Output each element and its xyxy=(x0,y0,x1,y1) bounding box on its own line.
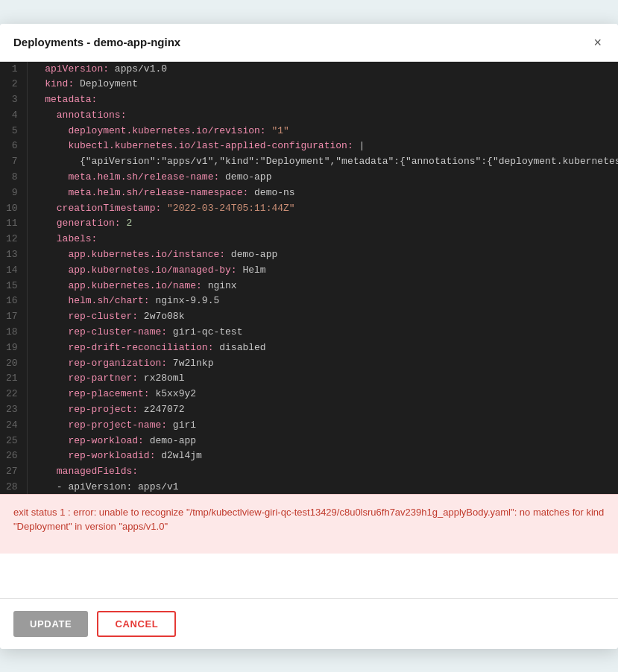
line-content: rep-project: z247072 xyxy=(27,402,618,418)
modal-container: Deployments - demo-app-nginx × 1 apiVers… xyxy=(0,24,618,649)
table-row: 21 rep-partner: rx28oml xyxy=(0,371,618,387)
table-row: 5 deployment.kubernetes.io/revision: "1" xyxy=(0,124,618,139)
line-content: managedFields: xyxy=(27,464,618,480)
line-content: app.kubernetes.io/name: nginx xyxy=(27,279,618,294)
line-number: 15 xyxy=(0,279,27,294)
table-row: 19 rep-drift-reconciliation: disabled xyxy=(0,340,618,356)
table-row: 27 managedFields: xyxy=(0,464,618,480)
line-number: 24 xyxy=(0,418,27,434)
line-content: metadata: xyxy=(27,92,618,108)
update-button[interactable]: UPDATE xyxy=(13,611,88,637)
line-number: 5 xyxy=(0,124,27,139)
line-content: labels: xyxy=(27,232,618,247)
line-number: 3 xyxy=(0,92,27,108)
line-number: 8 xyxy=(0,170,27,186)
code-editor[interactable]: 1 apiVersion: apps/v1.02 kind: Deploymen… xyxy=(0,62,618,494)
line-number: 4 xyxy=(0,108,27,124)
line-number: 19 xyxy=(0,340,27,356)
error-area: exit status 1 : error: unable to recogni… xyxy=(0,494,618,554)
table-row: 14 app.kubernetes.io/managed-by: Helm xyxy=(0,263,618,279)
line-number: 9 xyxy=(0,186,27,201)
table-row: 24 rep-project-name: giri xyxy=(0,418,618,434)
line-content: kind: Deployment xyxy=(27,77,618,92)
line-number: 26 xyxy=(0,448,27,464)
table-row: 18 rep-cluster-name: giri-qc-test xyxy=(0,325,618,340)
line-content: rep-cluster-name: giri-qc-test xyxy=(27,325,618,340)
line-content: rep-cluster: 2w7o08k xyxy=(27,309,618,325)
line-number: 16 xyxy=(0,294,27,309)
line-number: 11 xyxy=(0,216,27,232)
line-number: 27 xyxy=(0,464,27,480)
line-content: rep-workloadid: d2wl4jm xyxy=(27,448,618,464)
cancel-button[interactable]: CANCEL xyxy=(97,611,176,637)
line-number: 6 xyxy=(0,139,27,154)
table-row: 15 app.kubernetes.io/name: nginx xyxy=(0,279,618,294)
table-row: 7 {"apiVersion":"apps/v1","kind":"Deploy… xyxy=(0,154,618,170)
line-content: app.kubernetes.io/instance: demo-app xyxy=(27,247,618,263)
error-message: exit status 1 : error: unable to recogni… xyxy=(13,507,604,533)
table-row: 16 helm.sh/chart: nginx-9.9.5 xyxy=(0,294,618,309)
line-content: meta.helm.sh/release-namespace: demo-ns xyxy=(27,186,618,201)
line-number: 28 xyxy=(0,480,27,493)
line-content: generation: 2 xyxy=(27,216,618,232)
line-number: 12 xyxy=(0,232,27,247)
line-number: 22 xyxy=(0,387,27,402)
line-content: kubectl.kubernetes.io/last-applied-confi… xyxy=(27,139,618,154)
table-row: 20 rep-organization: 7w2lnkp xyxy=(0,356,618,372)
line-number: 23 xyxy=(0,402,27,418)
line-content: app.kubernetes.io/managed-by: Helm xyxy=(27,263,618,279)
line-number: 21 xyxy=(0,371,27,387)
line-number: 17 xyxy=(0,309,27,325)
line-content: rep-partner: rx28oml xyxy=(27,371,618,387)
line-content: apiVersion: apps/v1.0 xyxy=(27,62,618,77)
line-number: 14 xyxy=(0,263,27,279)
modal-title: Deployments - demo-app-nginx xyxy=(13,36,180,48)
line-number: 10 xyxy=(0,201,27,217)
close-button[interactable]: × xyxy=(590,34,605,51)
line-content: rep-placement: k5xx9y2 xyxy=(27,387,618,402)
line-number: 20 xyxy=(0,356,27,372)
line-number: 2 xyxy=(0,77,27,92)
line-content: rep-project-name: giri xyxy=(27,418,618,434)
table-row: 3 metadata: xyxy=(0,92,618,108)
line-number: 7 xyxy=(0,154,27,170)
line-content: - apiVersion: apps/v1 xyxy=(27,480,618,493)
table-row: 23 rep-project: z247072 xyxy=(0,402,618,418)
table-row: 2 kind: Deployment xyxy=(0,77,618,92)
table-row: 9 meta.helm.sh/release-namespace: demo-n… xyxy=(0,186,618,201)
table-row: 1 apiVersion: apps/v1.0 xyxy=(0,62,618,77)
line-content: creationTimestamp: "2022-03-24T05:11:44Z… xyxy=(27,201,618,217)
line-content: rep-organization: 7w2lnkp xyxy=(27,356,618,372)
line-content: rep-drift-reconciliation: disabled xyxy=(27,340,618,356)
table-row: 12 labels: xyxy=(0,232,618,247)
table-row: 13 app.kubernetes.io/instance: demo-app xyxy=(0,247,618,263)
code-table: 1 apiVersion: apps/v1.02 kind: Deploymen… xyxy=(0,62,618,494)
spacer xyxy=(0,554,618,598)
modal-footer: UPDATE CANCEL xyxy=(0,598,618,649)
table-row: 17 rep-cluster: 2w7o08k xyxy=(0,309,618,325)
table-row: 26 rep-workloadid: d2wl4jm xyxy=(0,448,618,464)
table-row: 4 annotations: xyxy=(0,108,618,124)
modal-header: Deployments - demo-app-nginx × xyxy=(0,24,618,62)
line-number: 13 xyxy=(0,247,27,263)
line-content: annotations: xyxy=(27,108,618,124)
line-number: 18 xyxy=(0,325,27,340)
table-row: 10 creationTimestamp: "2022-03-24T05:11:… xyxy=(0,201,618,217)
table-row: 28 - apiVersion: apps/v1 xyxy=(0,480,618,493)
table-row: 25 rep-workload: demo-app xyxy=(0,434,618,449)
line-number: 1 xyxy=(0,62,27,77)
table-row: 11 generation: 2 xyxy=(0,216,618,232)
table-row: 8 meta.helm.sh/release-name: demo-app xyxy=(0,170,618,186)
table-row: 6 kubectl.kubernetes.io/last-applied-con… xyxy=(0,139,618,154)
line-content: deployment.kubernetes.io/revision: "1" xyxy=(27,124,618,139)
table-row: 22 rep-placement: k5xx9y2 xyxy=(0,387,618,402)
line-content: meta.helm.sh/release-name: demo-app xyxy=(27,170,618,186)
line-content: helm.sh/chart: nginx-9.9.5 xyxy=(27,294,618,309)
line-content: {"apiVersion":"apps/v1","kind":"Deployme… xyxy=(27,154,618,170)
line-number: 25 xyxy=(0,434,27,449)
line-content: rep-workload: demo-app xyxy=(27,434,618,449)
